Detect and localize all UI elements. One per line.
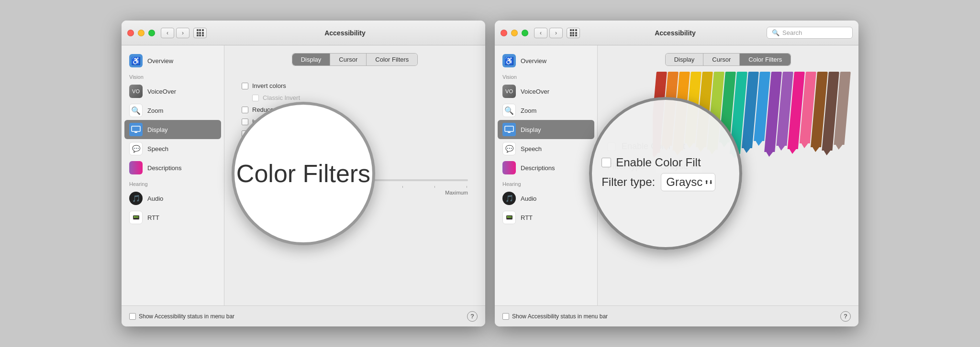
right-minimize-button[interactable] (511, 30, 518, 36)
svg-rect-0 (132, 126, 140, 131)
right-voiceover-icon: VO (502, 85, 516, 98)
checkbox-invert[interactable]: Invert colors (242, 82, 468, 89)
grid-button[interactable] (193, 28, 207, 38)
right-sidebar: ♿ Overview Vision VO VoiceOver 🔍 Zoom Di… (495, 45, 598, 305)
right-audio-icon: 🎵 (502, 192, 516, 205)
close-button[interactable] (127, 30, 134, 36)
left-magnifier: Color Filters (232, 102, 375, 245)
right-sidebar-item-overview[interactable]: ♿ Overview (495, 51, 597, 70)
right-speech-icon: 💬 (502, 142, 516, 155)
speech-icon: 💬 (129, 142, 143, 155)
right-sidebar-item-speech[interactable]: 💬 Speech (495, 139, 597, 158)
right-window-title: Accessibility (584, 29, 767, 37)
sidebar-item-voiceover[interactable]: VO VoiceOver (122, 82, 224, 101)
right-nav-buttons: ‹ › (534, 28, 563, 38)
right-magnifier: Enable Color Filt Filter type: Graysc ⬆⬇ (589, 97, 742, 250)
right-status-checkbox-box[interactable] (502, 313, 509, 320)
hearing-section-label: Hearing (122, 177, 224, 189)
nav-buttons: ‹ › (161, 28, 189, 38)
tab-display[interactable]: Display (292, 54, 331, 65)
left-status-checkbox[interactable]: Show Accessibility status in menu bar (129, 313, 234, 320)
sidebar-item-descriptions[interactable]: Descriptions (122, 158, 224, 177)
overview-icon: ♿ (129, 54, 143, 67)
right-title-bar: ‹ › Accessibility 🔍 Search (495, 21, 858, 45)
left-title-bar: ‹ › Accessibility (122, 21, 485, 45)
right-grid-button[interactable] (567, 28, 580, 38)
voiceover-icon: VO (129, 85, 143, 98)
search-placeholder: Search (782, 29, 802, 36)
right-sidebar-item-display[interactable]: Display (498, 120, 594, 139)
search-icon: 🔍 (772, 29, 780, 36)
back-button[interactable]: ‹ (161, 28, 174, 38)
left-tab-group: Display Cursor Color Filters (292, 53, 418, 66)
right-bottom-bar: Show Accessibility status in menu bar ? (495, 305, 858, 326)
svg-rect-3 (508, 132, 511, 133)
right-sidebar-item-rtt[interactable]: 📟 RTT (495, 208, 597, 227)
sidebar-item-speech[interactable]: 💬 Speech (122, 139, 224, 158)
left-window: ‹ › Accessibility ♿ Overview Vision (122, 21, 485, 326)
right-tab-cursor[interactable]: Cursor (703, 54, 740, 65)
sidebar-item-rtt[interactable]: 📟 RTT (122, 208, 224, 227)
right-sidebar-item-voiceover[interactable]: VO VoiceOver (495, 82, 597, 101)
right-back-button[interactable]: ‹ (534, 28, 547, 38)
right-display-icon (502, 123, 516, 136)
left-magnifier-circle: Color Filters (232, 102, 375, 245)
right-sidebar-item-audio[interactable]: 🎵 Audio (495, 189, 597, 208)
right-tab-group: Display Cursor Color Filters (665, 53, 791, 66)
left-window-title: Accessibility (211, 29, 479, 37)
magnifier-filter-value: Graysc (666, 175, 702, 189)
invert-checkbox[interactable] (242, 83, 248, 89)
right-help-button[interactable]: ? (840, 311, 851, 322)
tab-color-filters[interactable]: Color Filters (367, 54, 417, 65)
right-vision-section: Vision (495, 70, 597, 82)
tab-cursor[interactable]: Cursor (330, 54, 367, 65)
sidebar-item-display[interactable]: Display (124, 120, 221, 139)
left-magnifier-text: Color Filters (236, 159, 370, 188)
left-sidebar: ♿ Overview Vision VO VoiceOver 🔍 Zoom Di… (122, 45, 224, 305)
right-close-button[interactable] (501, 30, 507, 36)
right-zoom-icon: 🔍 (502, 104, 516, 117)
right-sidebar-item-descriptions[interactable]: Descriptions (495, 158, 597, 177)
magnifier-enable-label: Enable Color Filt (616, 156, 701, 169)
right-magnifier-circle: Enable Color Filt Filter type: Graysc ⬆⬇ (589, 97, 742, 250)
display-icon (129, 123, 143, 136)
right-descriptions-icon (502, 161, 516, 174)
minimize-button[interactable] (138, 30, 145, 36)
right-hearing-section: Hearing (495, 177, 597, 189)
rtt-icon: 📟 (129, 211, 143, 224)
search-bar[interactable]: 🔍 Search (767, 27, 853, 39)
right-forward-button[interactable]: › (549, 28, 563, 38)
forward-button[interactable]: › (176, 28, 189, 38)
maximize-button[interactable] (148, 30, 155, 36)
audio-icon: 🎵 (129, 192, 143, 205)
magnifier-filter-type-label: Filter type: (601, 175, 655, 189)
sidebar-item-zoom[interactable]: 🔍 Zoom (122, 101, 224, 120)
left-status-checkbox-box[interactable] (129, 313, 136, 320)
svg-rect-2 (505, 126, 513, 131)
descriptions-icon (129, 161, 143, 174)
traffic-lights (127, 30, 155, 36)
checkbox-classic-invert[interactable]: Classic Invert (252, 94, 468, 101)
classic-invert-checkbox[interactable] (252, 95, 259, 101)
left-help-button[interactable]: ? (467, 311, 478, 322)
right-rtt-icon: 📟 (502, 211, 516, 224)
right-overview-icon: ♿ (502, 54, 516, 67)
right-window: ‹ › Accessibility 🔍 Search ♿ (495, 21, 858, 326)
right-sidebar-item-zoom[interactable]: 🔍 Zoom (495, 101, 597, 120)
svg-rect-1 (134, 132, 137, 133)
zoom-icon: 🔍 (129, 104, 143, 117)
right-status-checkbox[interactable]: Show Accessibility status in menu bar (502, 313, 608, 320)
right-tab-display[interactable]: Display (666, 54, 704, 65)
left-bottom-bar: Show Accessibility status in menu bar ? (122, 305, 485, 326)
magnifier-filter-select: Graysc ⬆⬇ (661, 173, 715, 191)
right-tab-color-filters[interactable]: Color Filters (740, 54, 791, 65)
right-traffic-lights (501, 30, 528, 36)
magnifier-filter-type-row: Filter type: Graysc ⬆⬇ (601, 173, 730, 191)
magnifier-enable-checkbox (601, 158, 611, 167)
right-maximize-button[interactable] (522, 30, 528, 36)
sidebar-item-overview[interactable]: ♿ Overview (122, 51, 224, 70)
vision-section-label: Vision (122, 70, 224, 82)
magnifier-enable-row: Enable Color Filt (601, 156, 730, 169)
sidebar-item-audio[interactable]: 🎵 Audio (122, 189, 224, 208)
magnifier-chevron-icon: ⬆⬇ (704, 179, 713, 185)
